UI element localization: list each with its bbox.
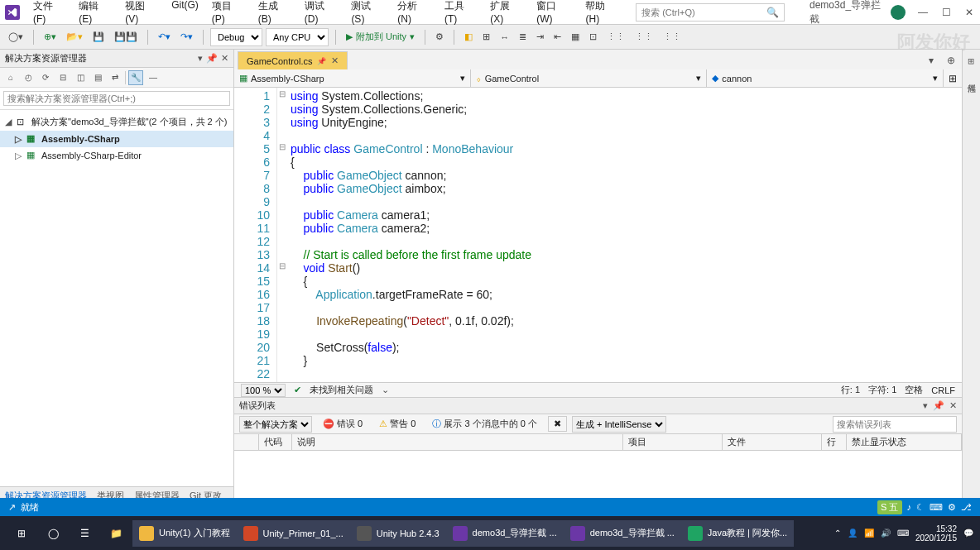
filter-icon[interactable]: ▤ xyxy=(90,70,105,85)
panel-dropdown-icon[interactable]: ▾ xyxy=(198,53,203,64)
menu-分析(N)[interactable]: 分析(N) xyxy=(391,0,438,28)
tool-btn-1[interactable]: ⚙ xyxy=(432,30,447,44)
menu-文件(F)[interactable]: 文件(F) xyxy=(26,0,72,28)
panel-close-icon[interactable]: ✕ xyxy=(221,53,228,64)
tool-btn-9[interactable]: ⊡ xyxy=(586,30,600,44)
solution-root[interactable]: ◢ ⊡ 解决方案"demo3d_导弹拦截"(2 个项目，共 2 个) xyxy=(0,113,233,131)
taskbar-app[interactable]: demo3d_导弹拦截 ... xyxy=(446,520,564,547)
tool-btn-3[interactable]: ⊞ xyxy=(479,30,493,44)
tool-btn-6[interactable]: ⇥ xyxy=(533,30,547,44)
taskbar-app[interactable]: Unity Hub 2.4.3 xyxy=(350,520,446,547)
clear-filter-button[interactable]: ✖ xyxy=(548,416,567,432)
menu-Git(G)[interactable]: Git(G) xyxy=(165,0,205,28)
pin-icon[interactable]: 📌 xyxy=(317,57,326,65)
code-editor[interactable]: 12345678910111213141516171819202122 ⊟ ⊟ … xyxy=(234,88,962,382)
minimize-button[interactable]: — xyxy=(917,7,929,18)
file-tab-active[interactable]: GameControl.cs 📌 ✕ xyxy=(238,51,348,69)
menu-工具(T)[interactable]: 工具(T) xyxy=(438,0,483,28)
menu-帮助(H)[interactable]: 帮助(H) xyxy=(579,0,626,28)
taskbar-app[interactable]: Java教程 | 阿发你... xyxy=(681,520,794,547)
col-line[interactable]: 行 xyxy=(822,434,847,450)
tray-icon[interactable]: ♪ xyxy=(907,502,912,512)
tool-btn-11[interactable]: ⋮⋮ xyxy=(632,30,656,44)
error-search-input[interactable] xyxy=(833,416,957,433)
warnings-filter[interactable]: ⚠警告 0 xyxy=(373,415,421,433)
wrench-icon[interactable]: 🔧 xyxy=(128,70,143,85)
col-project[interactable]: 项目 xyxy=(623,434,723,450)
tool-btn-7[interactable]: ⇤ xyxy=(550,30,564,44)
col-code[interactable]: 代码 xyxy=(259,434,292,450)
zoom-select[interactable]: 100 % xyxy=(241,384,286,397)
toggle-icon[interactable]: ◴ xyxy=(21,70,36,85)
tray-icon[interactable]: ⌨ xyxy=(930,502,943,513)
messages-filter[interactable]: ⓘ展示 3 个消息中的 0 个 xyxy=(426,415,542,433)
menu-视图(V)[interactable]: 视图(V) xyxy=(118,0,165,28)
tool-btn-4[interactable]: ↔ xyxy=(497,31,512,44)
menu-扩展(X)[interactable]: 扩展(X) xyxy=(483,0,530,28)
save-button[interactable]: 💾 xyxy=(89,30,108,44)
taskbar-app[interactable]: Unity_Primer_01_... xyxy=(237,520,350,547)
tool-btn-2[interactable]: ◧ xyxy=(461,30,476,44)
start-button[interactable]: ⊞ xyxy=(7,520,36,547)
project-assembly-csharp[interactable]: ▷ ▦ Assembly-CSharp xyxy=(0,131,233,147)
project-assembly-csharp-editor[interactable]: ▷ ▦ Assembly-CSharp-Editor xyxy=(0,147,233,164)
tool-btn-8[interactable]: ▦ xyxy=(568,30,583,44)
tabs-more-icon[interactable]: ⊕ xyxy=(940,51,962,69)
undo-button[interactable]: ↶▾ xyxy=(155,30,174,44)
solution-search-input[interactable] xyxy=(3,91,230,106)
scope-select[interactable]: 整个解决方案 xyxy=(239,416,312,433)
menu-测试(S)[interactable]: 测试(S) xyxy=(344,0,391,28)
panel-pin-icon[interactable]: 📌 xyxy=(206,53,218,64)
redo-button[interactable]: ↷▾ xyxy=(177,30,196,44)
tray-up-icon[interactable]: ⌃ xyxy=(834,528,841,538)
new-item-button[interactable]: ⊕▾ xyxy=(41,30,60,44)
notifications-icon[interactable]: 💬 xyxy=(963,528,973,538)
col-suppress[interactable]: 禁止显示状态 xyxy=(847,434,962,450)
global-search[interactable]: 🔍 xyxy=(636,3,785,22)
code-content[interactable]: using System.Collections;using System.Co… xyxy=(289,88,962,382)
type-combo[interactable]: ⬨GameControl▾ xyxy=(471,69,708,87)
tabs-dropdown-icon[interactable]: ▾ xyxy=(922,51,940,69)
close-button[interactable]: ✕ xyxy=(963,7,975,18)
tool-btn-10[interactable]: ⋮⋮ xyxy=(603,30,628,44)
taskbar-app[interactable]: Unity(1) 入门教程 xyxy=(132,520,237,547)
showall-icon[interactable]: ◫ xyxy=(73,70,88,85)
menu-项目(P)[interactable]: 项目(P) xyxy=(205,0,252,28)
tool-btn-12[interactable]: ⋮⋮ xyxy=(660,30,685,44)
menu-编辑(E)[interactable]: 编辑(E) xyxy=(72,0,118,28)
config-select[interactable]: Debug xyxy=(210,28,262,46)
nav-icon[interactable]: ⇄ xyxy=(108,70,122,85)
avatar-icon[interactable] xyxy=(891,5,906,20)
taskbar-app[interactable]: demo3d_导弹拦截 ... xyxy=(564,520,681,547)
line-icon[interactable]: — xyxy=(146,70,161,85)
open-button[interactable]: 📂▾ xyxy=(63,30,86,44)
tray-icon[interactable]: ⚙ xyxy=(948,502,956,513)
col-icon[interactable] xyxy=(234,434,259,450)
task-view-button[interactable]: ☰ xyxy=(70,520,99,547)
global-search-input[interactable] xyxy=(641,7,766,17)
split-icon[interactable]: ⊞ xyxy=(944,69,962,87)
col-desc[interactable]: 说明 xyxy=(292,434,623,450)
refresh-icon[interactable]: ⟳ xyxy=(38,70,53,85)
panel-close-icon[interactable]: ✕ xyxy=(949,400,957,411)
tray-vol-icon[interactable]: 🔊 xyxy=(881,528,891,538)
tray-icon[interactable]: ☾ xyxy=(916,502,925,513)
save-all-button[interactable]: 💾💾 xyxy=(111,30,141,44)
nav-back-button[interactable]: ◯▾ xyxy=(5,30,26,44)
tray-keyboard-icon[interactable]: ⌨ xyxy=(897,528,909,538)
rail-properties[interactable]: 属性 xyxy=(964,73,979,83)
build-scope-select[interactable]: 生成 + IntelliSense xyxy=(572,416,666,433)
home-icon[interactable]: ⌂ xyxy=(3,70,18,85)
run-button[interactable]: ▶ 附加到 Unity ▾ xyxy=(343,29,418,45)
menu-调试(D)[interactable]: 调试(D) xyxy=(298,0,345,28)
menu-生成(B)[interactable]: 生成(B) xyxy=(252,0,298,28)
tray-net-icon[interactable]: 📶 xyxy=(864,528,874,538)
explorer-button[interactable]: 📁 xyxy=(101,520,131,547)
cortana-button[interactable]: ◯ xyxy=(38,520,68,547)
tray-people-icon[interactable]: 👤 xyxy=(848,528,858,538)
errors-filter[interactable]: ⛔错误 0 xyxy=(317,415,368,433)
project-combo[interactable]: ▦Assembly-CSharp▾ xyxy=(234,69,471,87)
search-chevron-icon[interactable]: ⌄ xyxy=(382,385,389,395)
col-file[interactable]: 文件 xyxy=(723,434,822,450)
tab-close-icon[interactable]: ✕ xyxy=(331,55,339,66)
